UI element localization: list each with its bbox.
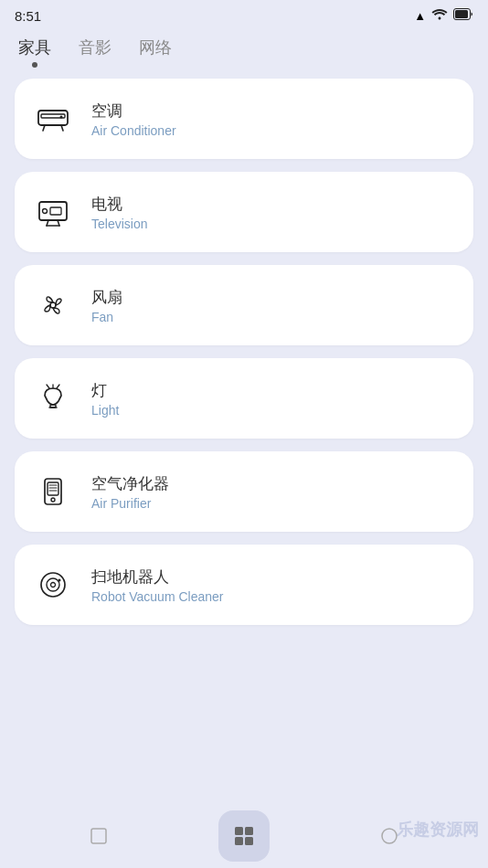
- vacuum-icon: [33, 565, 73, 605]
- svg-point-21: [51, 498, 55, 502]
- light-text: 灯 Light: [91, 380, 119, 418]
- ac-icon: [33, 99, 73, 139]
- list-item-television[interactable]: 电视 Television: [15, 172, 473, 252]
- list-item-robot-vacuum[interactable]: 扫地机器人 Robot Vacuum Cleaner: [15, 545, 473, 625]
- svg-line-16: [47, 385, 49, 388]
- wifi-icon: [431, 7, 448, 24]
- status-bar: 8:51 ▲: [0, 0, 488, 31]
- television-text: 电视 Television: [91, 194, 147, 231]
- svg-point-11: [43, 209, 48, 214]
- purifier-en: Air Purifier: [91, 496, 169, 511]
- fan-text: 风扇 Fan: [91, 287, 122, 324]
- svg-rect-30: [235, 827, 243, 835]
- television-en: Television: [91, 217, 147, 231]
- svg-point-6: [60, 116, 63, 119]
- light-icon: [33, 378, 73, 418]
- svg-rect-31: [245, 827, 253, 835]
- purifier-icon: [33, 471, 73, 512]
- list-item-fan[interactable]: 风扇 Fan: [15, 265, 473, 345]
- air-conditioner-text: 空调 Air Conditioner: [91, 101, 176, 138]
- air-purifier-text: 空气净化器 Air Purifier: [91, 473, 169, 511]
- status-icons: ▲: [414, 7, 473, 24]
- svg-rect-29: [91, 829, 106, 843]
- status-time: 8:51: [15, 8, 41, 24]
- vacuum-en: Robot Vacuum Cleaner: [91, 589, 223, 604]
- nav-back-button[interactable]: [76, 813, 122, 859]
- list-item-light[interactable]: 灯 Light: [15, 358, 473, 439]
- svg-rect-33: [245, 837, 253, 845]
- svg-rect-20: [48, 482, 58, 495]
- signal-icon: ▲: [414, 9, 426, 23]
- svg-point-27: [51, 583, 56, 587]
- svg-point-25: [41, 573, 65, 597]
- nav-recent-button[interactable]: [366, 813, 412, 859]
- svg-point-28: [58, 579, 61, 582]
- vacuum-cn: 扫地机器人: [91, 566, 223, 587]
- air-conditioner-cn: 空调: [91, 101, 176, 122]
- device-list: 空调 Air Conditioner 电视 Television: [0, 66, 488, 638]
- fan-cn: 风扇: [91, 287, 122, 308]
- air-conditioner-en: Air Conditioner: [91, 123, 176, 138]
- robot-vacuum-text: 扫地机器人 Robot Vacuum Cleaner: [91, 566, 223, 604]
- svg-rect-7: [39, 202, 67, 220]
- nav-home-button[interactable]: [218, 810, 270, 862]
- tabs: 家具 音影 网络: [0, 31, 488, 66]
- tab-av[interactable]: 音影: [79, 37, 111, 66]
- purifier-cn: 空气净化器: [91, 473, 169, 494]
- svg-rect-32: [235, 837, 243, 845]
- svg-rect-12: [50, 207, 61, 215]
- fan-en: Fan: [91, 310, 122, 324]
- list-item-air-conditioner[interactable]: 空调 Air Conditioner: [15, 79, 473, 159]
- light-cn: 灯: [91, 380, 119, 401]
- svg-rect-1: [455, 10, 468, 18]
- tv-icon: [33, 192, 73, 232]
- svg-point-13: [50, 302, 56, 308]
- svg-point-26: [47, 578, 59, 591]
- battery-icon: [453, 7, 473, 24]
- svg-point-34: [382, 829, 397, 843]
- bottom-nav: [0, 804, 488, 868]
- list-item-air-purifier[interactable]: 空气净化器 Air Purifier: [15, 451, 473, 532]
- light-en: Light: [91, 403, 119, 418]
- fan-icon: [33, 285, 73, 325]
- svg-line-18: [57, 385, 59, 388]
- tab-furniture[interactable]: 家具: [18, 37, 51, 66]
- television-cn: 电视: [91, 194, 147, 215]
- tab-network[interactable]: 网络: [139, 37, 172, 66]
